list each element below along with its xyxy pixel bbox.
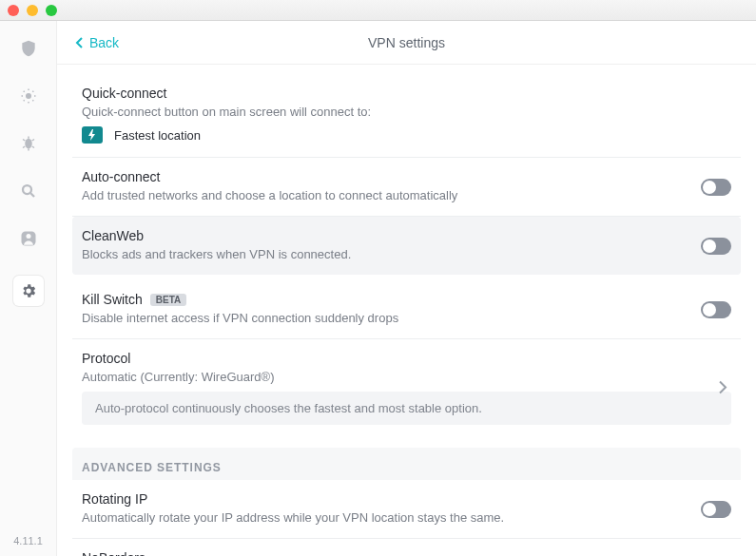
- protocol-row[interactable]: Protocol Automatic (Currently: WireGuard…: [72, 339, 741, 438]
- auto-connect-subtitle: Add trusted networks and choose a locati…: [82, 188, 731, 202]
- shield-icon[interactable]: [18, 38, 39, 59]
- advanced-section-header: ADVANCED SETTINGS: [72, 448, 741, 480]
- rotating-ip-toggle[interactable]: [701, 501, 731, 518]
- lightning-icon: [82, 126, 103, 144]
- rotating-ip-title: Rotating IP: [82, 491, 731, 507]
- window-titlebar: [0, 0, 756, 21]
- svg-point-1: [25, 139, 32, 149]
- beta-badge: BETA: [150, 294, 186, 306]
- rotating-ip-row[interactable]: Rotating IP Automatically rotate your IP…: [72, 480, 741, 539]
- antivirus-icon[interactable]: [18, 133, 39, 154]
- quick-connect-subtitle: Quick-connect button on main screen will…: [82, 105, 731, 119]
- auto-connect-toggle[interactable]: [701, 179, 731, 196]
- auto-connect-row[interactable]: Auto-connect Add trusted networks and ch…: [72, 158, 741, 217]
- rotating-ip-subtitle: Automatically rotate your IP address whi…: [82, 510, 731, 525]
- search-icon[interactable]: [18, 181, 39, 201]
- close-window-button[interactable]: [8, 5, 19, 16]
- sidebar: 4.11.1: [0, 21, 57, 556]
- quick-connect-row[interactable]: Quick-connect Quick-connect button on ma…: [72, 74, 741, 158]
- chevron-right-icon: [718, 378, 727, 400]
- kill-switch-toggle[interactable]: [701, 301, 731, 318]
- protocol-subtitle: Automatic (Currently: WireGuard®): [82, 370, 731, 384]
- back-button[interactable]: Back: [74, 35, 119, 50]
- kill-switch-subtitle: Disable internet access if VPN connectio…: [82, 311, 731, 325]
- noborders-row[interactable]: NoBorders: [72, 539, 741, 556]
- alert-icon[interactable]: [18, 86, 39, 106]
- settings-content[interactable]: Quick-connect Quick-connect button on ma…: [57, 65, 756, 556]
- svg-point-0: [26, 93, 31, 99]
- quick-connect-title: Quick-connect: [82, 86, 731, 101]
- auto-connect-title: Auto-connect: [82, 169, 731, 184]
- account-icon[interactable]: [18, 228, 39, 249]
- settings-icon[interactable]: [13, 276, 44, 306]
- kill-switch-row[interactable]: Kill Switch BETA Disable internet access…: [72, 280, 741, 339]
- quick-connect-value: Fastest location: [114, 128, 201, 143]
- cleanweb-row[interactable]: CleanWeb Blocks ads and trackers when VP…: [72, 217, 741, 275]
- svg-point-2: [23, 185, 31, 194]
- page-title: VPN settings: [57, 35, 756, 50]
- protocol-info: Auto-protocol continuously chooses the f…: [82, 392, 731, 425]
- svg-point-4: [26, 234, 30, 239]
- back-label: Back: [89, 35, 119, 50]
- minimize-window-button[interactable]: [27, 5, 38, 16]
- cleanweb-subtitle: Blocks ads and trackers when VPN is conn…: [82, 247, 731, 261]
- protocol-title: Protocol: [82, 351, 731, 366]
- page-header: Back VPN settings: [57, 21, 756, 65]
- noborders-title: NoBorders: [82, 550, 731, 556]
- chevron-left-icon: [74, 36, 84, 49]
- kill-switch-title: Kill Switch: [82, 292, 143, 307]
- cleanweb-toggle[interactable]: [701, 238, 731, 255]
- fullscreen-window-button[interactable]: [46, 5, 57, 16]
- version-label: 4.11.1: [13, 535, 43, 546]
- cleanweb-title: CleanWeb: [82, 228, 731, 243]
